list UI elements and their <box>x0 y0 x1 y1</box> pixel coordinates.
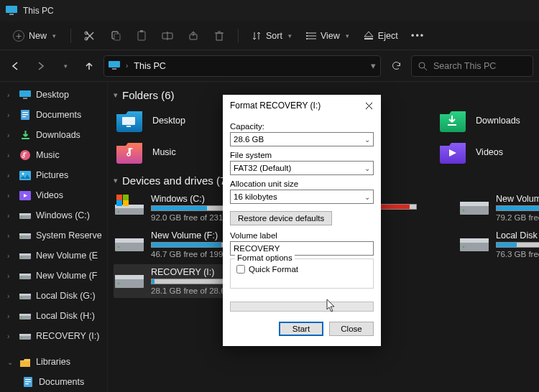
up-button[interactable] <box>79 56 99 76</box>
chevron-down-icon: ▾ <box>114 90 118 100</box>
cut-button[interactable] <box>78 25 101 47</box>
svg-rect-59 <box>25 379 31 380</box>
svg-line-24 <box>424 67 427 70</box>
sidebar-item-system-reserve[interactable]: › System Reserve <box>0 225 107 246</box>
filesystem-value: FAT32 (Default) <box>234 164 291 172</box>
eject-label: Eject <box>378 31 398 41</box>
downloads-icon <box>19 129 32 141</box>
chevron-down-icon: ⌄ <box>364 136 370 144</box>
svg-point-41 <box>21 236 22 238</box>
separator <box>238 29 239 43</box>
capacity-label: Capacity: <box>230 122 374 131</box>
sidebar-item-videos[interactable]: › Videos <box>0 185 107 205</box>
svg-point-53 <box>21 317 22 318</box>
allocation-value: 16 kilobytes <box>234 192 277 201</box>
pictures-icon <box>19 169 32 182</box>
desktop-icon <box>115 108 144 133</box>
search-input[interactable]: Search This PC <box>411 55 533 77</box>
quick-format-checkbox[interactable]: Quick Format <box>236 265 367 274</box>
drive-item[interactable]: New Volume (E:) 79.2 GB free of 341 G <box>459 191 539 225</box>
sidebar-item-desktop[interactable]: › Desktop <box>0 85 107 105</box>
ellipsis-icon: ••• <box>411 31 425 41</box>
drive-item[interactable]: Local Disk (H:) 76.3 GB free of 97.6 <box>459 228 539 261</box>
this-pc-icon <box>6 6 17 16</box>
sidebar-item-documents[interactable]: › Documents <box>0 105 107 125</box>
capacity-select[interactable]: 28.6 GB⌄ <box>230 132 374 146</box>
back-button[interactable] <box>6 56 26 76</box>
sidebar-item-new-volume-e[interactable]: › New Volume (E <box>0 246 107 266</box>
sidebar-item-lib-documents[interactable]: Documents <box>0 372 107 392</box>
folders-header-label: Folders (6) <box>122 89 175 101</box>
svg-point-44 <box>21 256 22 258</box>
svg-rect-22 <box>112 68 116 70</box>
format-dialog: Format RECOVERY (I:) Capacity: 28.6 GB⌄ … <box>223 95 381 346</box>
sidebar: › Desktop› Documents› Downloads› Music› … <box>0 82 108 392</box>
sort-button[interactable]: Sort ▾ <box>246 25 298 47</box>
new-label: New <box>29 31 47 41</box>
paste-button[interactable] <box>130 25 153 47</box>
recent-button[interactable]: ▾ <box>55 56 75 76</box>
rename-button[interactable] <box>156 25 179 47</box>
paste-icon <box>137 30 147 42</box>
delete-button[interactable] <box>208 25 231 47</box>
sidebar-item-label: New Volume (F <box>36 271 97 281</box>
titlebar: This PC <box>0 0 539 22</box>
drive-icon <box>19 249 32 262</box>
search-icon <box>418 61 428 71</box>
drive-free-text: 79.2 GB free of 341 G <box>496 213 539 222</box>
separator <box>70 29 71 43</box>
folder-videos[interactable]: Videos <box>437 137 539 167</box>
svg-rect-71 <box>116 195 122 200</box>
volume-label-field[interactable] <box>234 244 370 253</box>
sidebar-item-music[interactable]: › Music <box>0 145 107 165</box>
svg-rect-64 <box>448 124 456 126</box>
start-button[interactable]: Start <box>279 322 323 336</box>
eject-button[interactable]: Eject <box>358 25 404 47</box>
forward-button[interactable] <box>30 56 50 76</box>
quick-format-input[interactable] <box>236 265 245 274</box>
svg-rect-62 <box>122 117 135 125</box>
view-button[interactable]: View ▾ <box>300 25 355 47</box>
svg-rect-46 <box>19 274 31 276</box>
drive-icon <box>19 209 32 222</box>
copy-button[interactable] <box>104 25 127 47</box>
chevron-right-icon: › <box>7 312 14 320</box>
downloads-icon <box>438 108 467 133</box>
sidebar-item-libraries[interactable]: ⌄ Libraries <box>0 352 107 372</box>
refresh-button[interactable] <box>385 55 407 77</box>
chevron-down-icon: ⌄ <box>364 164 370 172</box>
sidebar-item-new-volume-f[interactable]: › New Volume (F <box>0 266 107 286</box>
sidebar-item-local-disk-g-[interactable]: › Local Disk (G:) <box>0 286 107 306</box>
close-button[interactable]: Close <box>329 322 374 336</box>
sidebar-item-label: Local Disk (H:) <box>36 311 95 321</box>
new-button[interactable]: + New ▾ <box>6 25 63 47</box>
sidebar-item-pictures[interactable]: › Pictures <box>0 165 107 185</box>
svg-rect-82 <box>115 238 144 243</box>
drive-capacity-bar <box>496 205 539 211</box>
restore-defaults-button[interactable]: Restore device defaults <box>230 211 332 225</box>
filesystem-select[interactable]: FAT32 (Default)⌄ <box>230 161 374 175</box>
volume-label-label: Volume label <box>230 231 374 240</box>
view-icon <box>306 32 316 40</box>
allocation-select[interactable]: 16 kilobytes⌄ <box>230 190 374 204</box>
folder-downloads[interactable]: Downloads <box>437 106 539 136</box>
sidebar-item-local-disk-h-[interactable]: › Local Disk (H:) <box>0 306 107 326</box>
svg-rect-73 <box>116 200 122 206</box>
drive-info: New Volume (E:) 79.2 GB free of 341 G <box>496 194 539 222</box>
more-button[interactable]: ••• <box>407 25 430 47</box>
breadcrumb[interactable]: This PC <box>134 61 165 71</box>
svg-rect-26 <box>23 98 27 99</box>
sidebar-item-windows-c-[interactable]: › Windows (C:) <box>0 205 107 225</box>
sidebar-item-recovery-i-[interactable]: › RECOVERY (I:) <box>0 326 107 346</box>
share-button[interactable] <box>182 25 205 47</box>
view-label: View <box>321 31 340 41</box>
chevron-down-icon[interactable]: ▾ <box>371 60 376 71</box>
svg-rect-30 <box>22 116 26 117</box>
dialog-close-button[interactable] <box>362 99 375 112</box>
svg-point-47 <box>21 276 22 278</box>
svg-point-67 <box>118 211 119 213</box>
chevron-right-icon: › <box>7 172 14 179</box>
address-bar[interactable]: › This PC ▾ <box>103 55 381 77</box>
chevron-right-icon: › <box>126 62 128 70</box>
sidebar-item-downloads[interactable]: › Downloads <box>0 125 107 145</box>
